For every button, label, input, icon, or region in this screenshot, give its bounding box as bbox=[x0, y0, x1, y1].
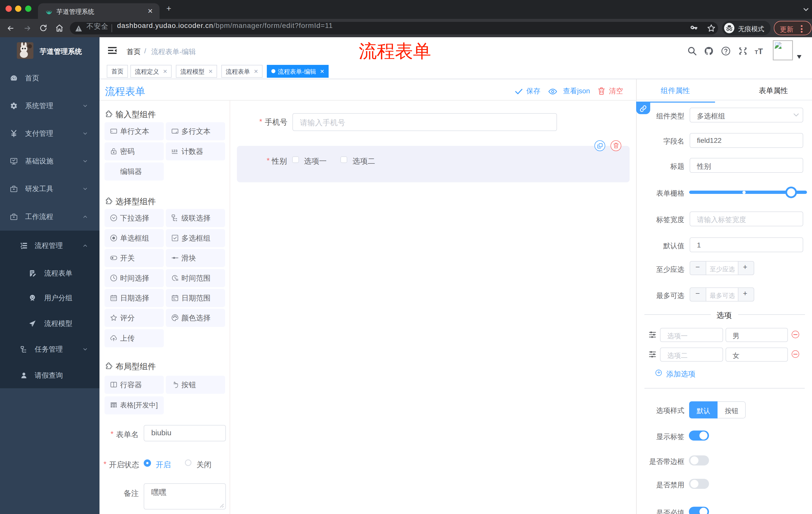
svg-text:T: T bbox=[755, 49, 758, 55]
svg-text:123: 123 bbox=[171, 149, 177, 153]
svg-text:T: T bbox=[758, 47, 763, 55]
